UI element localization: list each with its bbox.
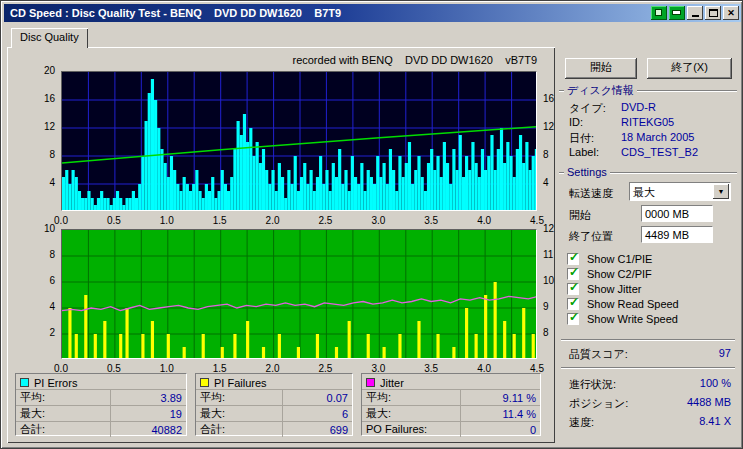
legend-row: 平均:0.07 bbox=[196, 389, 352, 405]
disc-id-label: ID: bbox=[569, 116, 583, 128]
tick-label: 2.5 bbox=[315, 215, 335, 226]
checkbox-label: Show C2/PIF bbox=[587, 268, 652, 280]
checkbox-box[interactable]: ✓ bbox=[567, 313, 579, 325]
pi-errors-chart: 201612841612840.00.51.01.52.02.53.03.54.… bbox=[61, 71, 537, 211]
minimize-button[interactable] bbox=[687, 6, 703, 20]
titlebar[interactable]: CD Speed : Disc Quality Test - BENQ DVD … bbox=[4, 4, 741, 22]
titlebar-tool-icon-2[interactable] bbox=[669, 6, 685, 20]
tick-label: 3.5 bbox=[421, 215, 441, 226]
stat-label: 平均: bbox=[20, 390, 111, 405]
maximize-icon bbox=[709, 9, 718, 17]
legend-row: PO Failures:0 bbox=[362, 421, 540, 437]
separator bbox=[561, 339, 735, 341]
maximize-button[interactable] bbox=[705, 6, 721, 20]
stat-value: 11.4 % bbox=[461, 408, 536, 420]
pi-errors-plot bbox=[61, 71, 537, 211]
window-title: CD Speed : Disc Quality Test - BENQ DVD … bbox=[4, 7, 341, 19]
tick-label: 8 bbox=[49, 149, 55, 160]
progress-value: 100 % bbox=[700, 377, 731, 389]
disc-date-label: 日付: bbox=[569, 131, 594, 146]
exit-button[interactable]: 終了(X) bbox=[647, 58, 732, 79]
start-test-button[interactable]: 開始 bbox=[565, 58, 637, 79]
stat-value: 0 bbox=[461, 424, 536, 436]
stat-label: 平均: bbox=[366, 390, 461, 405]
progress-label: 進行状況: bbox=[569, 377, 616, 392]
check-icon: ✓ bbox=[569, 250, 579, 264]
start-position-label: 開始 bbox=[569, 208, 591, 223]
legend-title: PI Errors bbox=[34, 377, 77, 389]
transfer-speed-value: 最大 bbox=[633, 185, 655, 200]
tick-label: 4 bbox=[49, 177, 55, 188]
titlebar-tool-icon-1[interactable] bbox=[651, 6, 667, 20]
checkbox-label: Show C1/PIE bbox=[587, 253, 652, 265]
app-window: CD Speed : Disc Quality Test - BENQ DVD … bbox=[0, 0, 743, 449]
disc-date-value: 18 March 2005 bbox=[621, 131, 694, 143]
tick-label: 12 bbox=[44, 121, 55, 132]
end-position-label: 終了位置 bbox=[569, 229, 613, 244]
stat-label: 平均: bbox=[200, 390, 283, 405]
disc-info-title: ディスク情報 bbox=[564, 83, 637, 98]
stat-value: 3.89 bbox=[111, 392, 182, 404]
checkbox-label: Show Read Speed bbox=[587, 298, 679, 310]
side-panel: 開始 終了(X) ディスク情報 タイプ:DVD-R ID:RITEKG05 日付… bbox=[557, 47, 739, 445]
transfer-speed-select[interactable]: 最大 ▼ bbox=[629, 182, 731, 201]
quality-score-value: 97 bbox=[719, 347, 731, 359]
close-icon: ✕ bbox=[723, 6, 739, 20]
check-icon: ✓ bbox=[569, 310, 579, 324]
check-icon: ✓ bbox=[569, 280, 579, 294]
transfer-speed-label: 転送速度 bbox=[569, 186, 613, 201]
stat-label: 合計: bbox=[200, 422, 283, 437]
disc-type-row: タイプ:DVD-R bbox=[569, 101, 731, 114]
checkbox-box[interactable]: ✓ bbox=[567, 253, 579, 265]
pi-failures-plot bbox=[61, 229, 537, 359]
speed-value: 8.41 X bbox=[699, 415, 731, 427]
tick-label: 11 bbox=[543, 249, 553, 260]
close-button[interactable]: ✕ bbox=[723, 6, 739, 20]
checkbox-box[interactable]: ✓ bbox=[567, 283, 579, 295]
legend-row: 平均:3.89 bbox=[16, 389, 186, 405]
green-tool-icon bbox=[655, 9, 662, 16]
tab-disc-quality[interactable]: Disc Quality bbox=[11, 28, 88, 48]
tick-label: 4 bbox=[49, 301, 55, 312]
disc-date-row: 日付:18 March 2005 bbox=[569, 131, 731, 144]
position-label: ポジション: bbox=[569, 396, 628, 411]
tick-label: 0.5 bbox=[104, 215, 124, 226]
tick-label: 8 bbox=[543, 327, 549, 338]
tick-label: 16 bbox=[543, 93, 554, 104]
dropdown-button[interactable]: ▼ bbox=[713, 184, 729, 199]
check-icon: ✓ bbox=[569, 295, 579, 309]
disc-label-row: Label:CDS_TEST_B2 bbox=[569, 146, 731, 159]
titlebar-buttons: ✕ bbox=[651, 6, 739, 20]
legend-row: 最大:6 bbox=[196, 405, 352, 421]
stat-value: 9.11 % bbox=[461, 392, 536, 404]
checkbox-box[interactable]: ✓ bbox=[567, 268, 579, 280]
progress-row: 進行状況:100 % bbox=[569, 377, 731, 390]
start-position-field[interactable]: 0000 MB bbox=[641, 205, 713, 222]
tick-label: 8 bbox=[543, 149, 549, 160]
position-row: ポジション:4488 MB bbox=[569, 396, 731, 409]
stat-label: 合計: bbox=[20, 422, 111, 437]
checkbox-box[interactable]: ✓ bbox=[567, 298, 579, 310]
disc-type-value: DVD-R bbox=[621, 101, 656, 113]
legend-row: 最大:19 bbox=[16, 405, 186, 421]
pi-errors-swatch bbox=[20, 378, 29, 387]
legend-row: 平均:9.11 % bbox=[362, 389, 540, 405]
disc-id-row: ID:RITEKG05 bbox=[569, 116, 731, 129]
stat-value: 699 bbox=[283, 424, 348, 436]
minimize-icon bbox=[692, 15, 699, 17]
pi-failures-swatch bbox=[200, 378, 209, 387]
disc-label-label: Label: bbox=[569, 146, 599, 158]
end-position-field[interactable]: 4489 MB bbox=[641, 226, 713, 243]
green-tool-icon bbox=[672, 10, 681, 15]
disc-label-value: CDS_TEST_B2 bbox=[621, 146, 698, 158]
stat-value: 40882 bbox=[111, 424, 182, 436]
disc-type-label: タイプ: bbox=[569, 101, 606, 116]
tick-label: 10 bbox=[543, 275, 554, 286]
tick-label: 1.5 bbox=[210, 215, 230, 226]
settings-title: Settings bbox=[564, 166, 610, 178]
legend-title: Jitter bbox=[380, 377, 404, 389]
position-value: 4488 MB bbox=[687, 396, 731, 408]
tick-label: 4.0 bbox=[474, 215, 494, 226]
checkbox-label: Show Jitter bbox=[587, 283, 641, 295]
tick-label: 20 bbox=[44, 65, 55, 76]
